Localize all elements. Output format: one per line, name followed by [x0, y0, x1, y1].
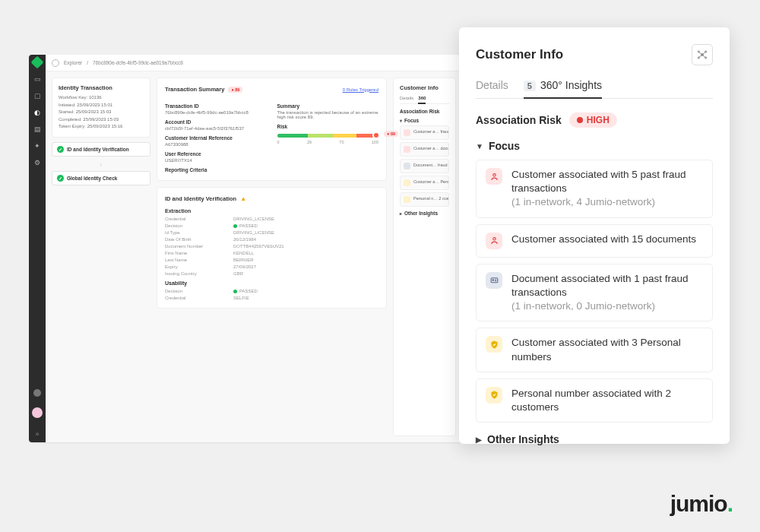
customer-info-tabs: Details 5360° Insights — [476, 79, 713, 99]
customer-info-mini: Customer Info Details 360 Association Ri… — [393, 78, 456, 436]
step-id-verification[interactable]: ✓ ID and Identity Verification — [52, 142, 150, 157]
other-insights-toggle[interactable]: ▶ Other Insights — [476, 433, 713, 445]
logo-icon — [31, 56, 44, 69]
risk-score-badge: ● 89 — [228, 87, 242, 93]
transaction-summary-card: Transaction Summary ● 89 0 Rules Trigger… — [157, 78, 387, 181]
rail-collapse-icon[interactable]: » — [35, 430, 39, 438]
insight-item[interactable]: Customer associated with 5 past fraud tr… — [476, 160, 713, 218]
nav-rail: ▭ ▢ ◐ ▤ ✦ ⚙ » — [29, 55, 46, 442]
identity-title: Identity Transaction — [59, 84, 144, 91]
app-main: Explorer / 76bc890e-dcfe-4bf5-99dc-ae019… — [46, 55, 462, 442]
rail-icon-6[interactable]: ⚙ — [33, 158, 42, 167]
svg-point-10 — [492, 238, 495, 240]
arrow-down-icon: ↓ — [52, 161, 150, 166]
association-risk-label: Association Risk — [476, 114, 562, 126]
svg-point-9 — [492, 173, 495, 176]
svg-line-5 — [698, 52, 702, 55]
insight-item[interactable]: Customer associated with 3 Personal numb… — [476, 328, 713, 372]
svg-rect-11 — [491, 278, 498, 283]
app-shell: ▭ ▢ ◐ ▤ ✦ ⚙ » Explorer / 76bc890e-dcfe-4… — [29, 55, 462, 442]
idv-card: ID and Identity Verification ▲ Extractio… — [157, 187, 387, 309]
insight-item[interactable]: Personal number associated with 2 custom… — [476, 378, 713, 423]
check-icon: ✓ — [57, 175, 64, 182]
caret-down-icon: ▼ — [476, 142, 483, 150]
caret-down-icon[interactable]: ▾ — [400, 118, 402, 123]
usability-grid: DecisionPASSEDCredentialSELFIE — [165, 289, 378, 300]
svg-line-6 — [702, 52, 706, 55]
idv-title: ID and Identity Verification — [165, 195, 236, 202]
focus-section-toggle[interactable]: ▼ Focus — [476, 140, 713, 152]
jumio-logo: jumio. — [670, 491, 733, 517]
graph-view-button[interactable] — [692, 44, 713, 65]
extraction-heading: Extraction — [165, 208, 378, 214]
tab-details[interactable]: Details — [476, 79, 508, 98]
shield-yellow-icon — [486, 387, 502, 404]
rail-help-icon[interactable] — [33, 389, 41, 397]
breadcrumb-app[interactable]: Explorer — [64, 60, 82, 65]
avatar[interactable] — [32, 407, 43, 418]
rail-icon-3[interactable]: ◐ — [33, 108, 42, 117]
mini-tab-details[interactable]: Details — [400, 96, 413, 100]
svg-point-12 — [492, 280, 494, 281]
person-red-icon — [486, 168, 502, 185]
rules-triggered-link[interactable]: 0 Rules Triggered — [343, 87, 378, 92]
breadcrumb: Explorer / 76bc890e-dcfe-4bf5-99dc-ae019… — [46, 55, 462, 71]
insight-item[interactable]: Document associated with 1 past fraud tr… — [476, 264, 713, 322]
card-gray-icon — [486, 272, 502, 289]
insight-item[interactable]: Customer associated with 15 documents — [476, 224, 713, 258]
risk-bar — [277, 134, 379, 138]
tab-360-insights[interactable]: 5360° Insights — [524, 79, 602, 99]
risk-marker-icon — [372, 131, 380, 139]
check-icon: ✓ — [57, 146, 64, 153]
rail-icon-4[interactable]: ▤ — [33, 125, 42, 134]
shield-yellow-icon — [486, 336, 502, 353]
tx-summary-title: Transaction Summary — [165, 86, 224, 93]
rail-icon-2[interactable]: ▢ — [33, 91, 42, 100]
graph-icon — [696, 49, 708, 61]
insights-list: Customer associated with 5 past fraud tr… — [476, 160, 713, 423]
svg-line-8 — [702, 55, 706, 58]
svg-line-7 — [698, 55, 702, 58]
extraction-grid: CredentialDRIVING_LICENSEDecisionPASSEDI… — [165, 217, 378, 276]
breadcrumb-id: 76bc890e-dcfe-4bf5-99dc-ae019a7bbcc8 — [93, 60, 183, 65]
insights-count-badge: 5 — [524, 81, 536, 91]
usability-heading: Usability — [165, 280, 378, 286]
high-dot-icon — [577, 117, 583, 123]
identity-transaction-panel: Identity Transaction Workflow Key: 10136… — [52, 78, 150, 138]
customer-info-panel: Customer Info Details 5360° Insights Ass… — [459, 27, 730, 444]
rail-icon-5[interactable]: ✦ — [33, 141, 42, 150]
mini-tab-360[interactable]: 360 — [418, 96, 426, 104]
breadcrumb-icon — [52, 59, 59, 67]
rail-icon-1[interactable]: ▭ — [33, 74, 42, 84]
caret-right-icon[interactable]: ▸ — [400, 211, 402, 216]
person-red-icon — [486, 233, 502, 249]
warning-icon: ▲ — [240, 195, 246, 202]
caret-right-icon: ▶ — [476, 435, 482, 444]
customer-info-title: Customer Info — [476, 47, 563, 62]
step-global-identity[interactable]: ✓ Global Identity Check — [52, 171, 150, 185]
risk-value-badge: ● 89 — [384, 131, 398, 137]
risk-high-badge: HIGH — [569, 112, 617, 128]
